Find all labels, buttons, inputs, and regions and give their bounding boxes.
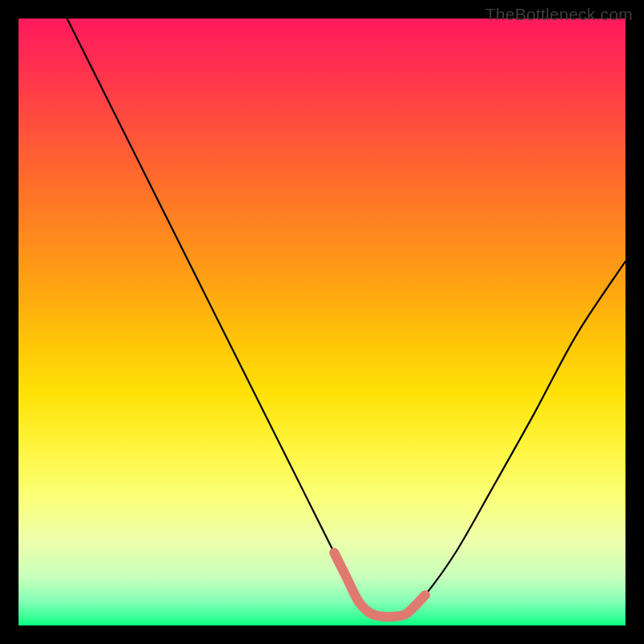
bottleneck-curve-path bbox=[67, 19, 625, 617]
watermark-text: TheBottleneck.com bbox=[485, 5, 633, 24]
optimal-range-highlight-path bbox=[334, 553, 425, 617]
bottleneck-chart bbox=[19, 19, 625, 625]
chart-svg bbox=[19, 19, 625, 625]
